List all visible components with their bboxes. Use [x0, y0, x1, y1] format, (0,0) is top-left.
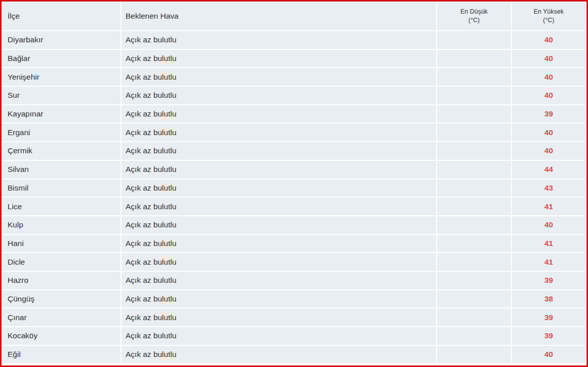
district-cell: Kocaköy [2, 327, 121, 345]
max-temp-cell: 40 [512, 216, 585, 234]
table-row: Eğil Açık az bulutlu 40 [2, 346, 585, 363]
min-temp-cell [437, 216, 511, 234]
min-temp-cell [437, 50, 511, 68]
weather-cell: Açık az bulutlu [122, 216, 436, 234]
district-cell: Kulp [2, 216, 121, 234]
max-temp-cell: 39 [512, 327, 585, 345]
column-header-label: En Yüksek [516, 8, 581, 16]
min-temp-cell [437, 198, 511, 215]
min-temp-cell [437, 346, 511, 363]
district-cell: Eğil [2, 346, 121, 363]
min-temp-cell [437, 272, 511, 289]
column-header-label: İlçe [8, 12, 116, 21]
max-temp-cell: 39 [512, 105, 585, 123]
max-temp-cell: 40 [512, 87, 585, 104]
min-temp-cell [437, 309, 511, 326]
district-cell: Dicle [2, 253, 121, 271]
district-cell: Hazro [2, 272, 121, 289]
district-cell: Lice [2, 198, 121, 215]
min-temp-cell [437, 253, 511, 271]
weather-cell: Açık az bulutlu [122, 327, 436, 345]
weather-cell: Açık az bulutlu [122, 105, 436, 123]
district-cell: Bağlar [2, 50, 121, 68]
column-header-label: En Düşük [441, 8, 507, 16]
district-cell: Çüngüş [2, 290, 121, 308]
max-temp-cell: 40 [512, 68, 585, 86]
table-row: Sur Açık az bulutlu 40 [2, 87, 585, 104]
weather-cell: Açık az bulutlu [122, 124, 436, 141]
district-cell: Sur [2, 87, 121, 104]
column-header-label: Beklenen Hava [126, 12, 432, 21]
district-cell: Ergani [2, 124, 121, 141]
table-header-row: İlçe Beklenen Hava En Düşük (°C) En Yüks… [2, 2, 585, 30]
weather-cell: Açık az bulutlu [122, 290, 436, 308]
table-row: Bismil Açık az bulutlu 43 [2, 179, 585, 197]
table-row: Diyarbakır Açık az bulutlu 40 [2, 31, 585, 49]
max-temp-cell: 40 [512, 124, 585, 141]
table-row: Silvan Açık az bulutlu 44 [2, 161, 585, 178]
weather-cell: Açık az bulutlu [122, 198, 436, 215]
max-temp-cell: 41 [512, 235, 585, 253]
min-temp-cell [437, 327, 511, 345]
district-cell: Kayapınar [2, 105, 121, 123]
table-row: Kayapınar Açık az bulutlu 39 [2, 105, 585, 123]
table-row: Bağlar Açık az bulutlu 40 [2, 50, 585, 68]
table-row: Hazro Açık az bulutlu 39 [2, 272, 585, 289]
table-row: Yenişehir Açık az bulutlu 40 [2, 68, 585, 86]
district-forecast-table: İlçe Beklenen Hava En Düşük (°C) En Yüks… [1, 1, 586, 364]
max-temp-cell: 38 [512, 290, 585, 308]
column-header-expected-weather: Beklenen Hava [122, 2, 436, 30]
weather-cell: Açık az bulutlu [122, 142, 436, 160]
max-temp-cell: 41 [512, 198, 585, 215]
max-temp-cell: 41 [512, 253, 585, 271]
min-temp-cell [437, 161, 511, 178]
table-body: Diyarbakır Açık az bulutlu 40 Bağlar Açı… [2, 31, 585, 363]
min-temp-cell [437, 290, 511, 308]
max-temp-cell: 39 [512, 272, 585, 289]
table-row: Kulp Açık az bulutlu 40 [2, 216, 585, 234]
table-row: Lice Açık az bulutlu 41 [2, 198, 585, 215]
min-temp-cell [437, 68, 511, 86]
min-temp-cell [437, 87, 511, 104]
weather-cell: Açık az bulutlu [122, 346, 436, 363]
max-temp-cell: 44 [512, 161, 585, 178]
weather-cell: Açık az bulutlu [122, 272, 436, 289]
min-temp-cell [437, 142, 511, 160]
min-temp-cell [437, 105, 511, 123]
max-temp-cell: 39 [512, 309, 585, 326]
table-row: Ergani Açık az bulutlu 40 [2, 124, 585, 141]
district-cell: Hani [2, 235, 121, 253]
district-cell: Çermik [2, 142, 121, 160]
weather-cell: Açık az bulutlu [122, 235, 436, 253]
weather-cell: Açık az bulutlu [122, 68, 436, 86]
district-cell: Bismil [2, 179, 121, 197]
max-temp-cell: 40 [512, 346, 585, 363]
min-temp-cell [437, 179, 511, 197]
district-cell: Çınar [2, 309, 121, 326]
table-row: Çınar Açık az bulutlu 39 [2, 309, 585, 326]
table-row: Kocaköy Açık az bulutlu 39 [2, 327, 585, 345]
weather-cell: Açık az bulutlu [122, 161, 436, 178]
max-temp-cell: 40 [512, 31, 585, 49]
column-header-max-temp: En Yüksek (°C) [512, 2, 585, 30]
weather-cell: Açık az bulutlu [122, 309, 436, 326]
weather-cell: Açık az bulutlu [122, 31, 436, 49]
page-frame: İlçe Beklenen Hava En Düşük (°C) En Yüks… [0, 0, 588, 367]
column-header-district: İlçe [2, 2, 121, 30]
min-temp-cell [437, 124, 511, 141]
district-cell: Diyarbakır [2, 31, 121, 49]
max-temp-cell: 40 [512, 142, 585, 160]
table-row: Çermik Açık az bulutlu 40 [2, 142, 585, 160]
district-cell: Yenişehir [2, 68, 121, 86]
weather-cell: Açık az bulutlu [122, 87, 436, 104]
weather-cell: Açık az bulutlu [122, 253, 436, 271]
max-temp-cell: 43 [512, 179, 585, 197]
column-header-min-temp: En Düşük (°C) [437, 2, 511, 30]
table-row: Çüngüş Açık az bulutlu 38 [2, 290, 585, 308]
weather-cell: Açık az bulutlu [122, 179, 436, 197]
max-temp-cell: 40 [512, 50, 585, 68]
min-temp-cell [437, 31, 511, 49]
table-row: Hani Açık az bulutlu 41 [2, 235, 585, 253]
min-temp-cell [437, 235, 511, 253]
column-header-unit: (°C) [441, 16, 507, 25]
